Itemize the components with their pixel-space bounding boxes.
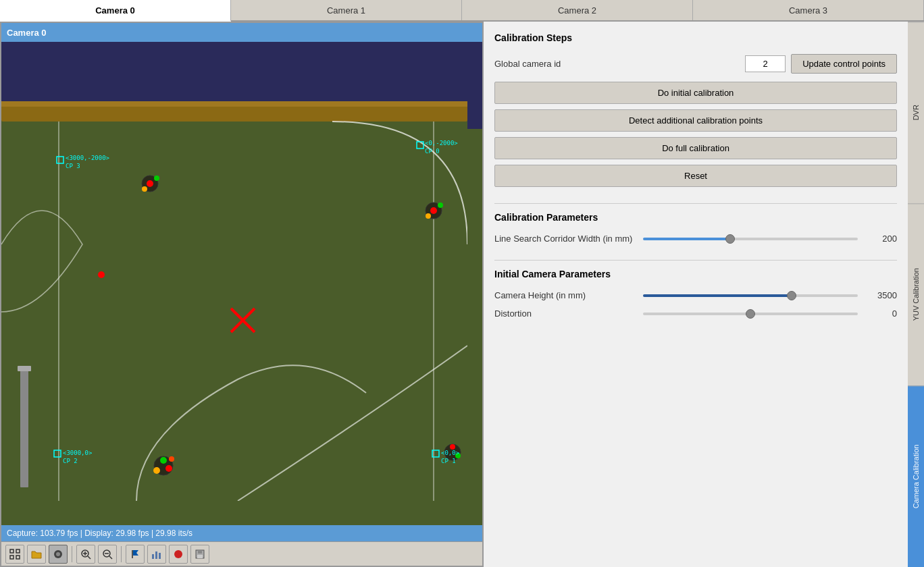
do-initial-calibration-button[interactable]: Do initial calibration (494, 82, 897, 104)
fullscreen-button[interactable] (5, 545, 24, 564)
svg-rect-25 (20, 366, 28, 487)
camera-title-bar: Camera 0 (1, 23, 482, 42)
svg-rect-58 (198, 550, 202, 554)
tab-camera1[interactable]: Camera 1 (231, 0, 462, 20)
global-camera-id-row: Global camera id Update control points (494, 54, 897, 74)
tab-camera3[interactable]: Camera 3 (693, 0, 924, 20)
folder-button[interactable] (27, 545, 46, 564)
toolbar-separator-2 (121, 546, 122, 562)
reset-button[interactable]: Reset (494, 165, 897, 187)
svg-point-20 (450, 444, 455, 450)
svg-point-8 (154, 176, 159, 181)
line-search-label: Line Search Corridor Width (in mm) (494, 234, 643, 244)
svg-rect-41 (10, 556, 14, 559)
camera-panel: Camera 0 (0, 22, 484, 567)
svg-rect-40 (16, 549, 20, 553)
svg-line-50 (109, 556, 112, 559)
camera-height-value: 3500 (863, 290, 897, 300)
calibration-parameters-title: Calibration Parameters (494, 212, 897, 223)
svg-text:CP 3: CP 3 (66, 163, 80, 169)
svg-rect-55 (159, 553, 161, 559)
distortion-slider[interactable] (643, 313, 858, 315)
camera-height-row: Camera Height (in mm) 3500 (494, 290, 897, 300)
global-camera-id-label: Global camera id (494, 59, 745, 69)
svg-rect-39 (10, 549, 14, 553)
camera-height-slider[interactable] (643, 294, 858, 297)
detect-additional-button[interactable]: Detect additional calibration points (494, 109, 897, 132)
global-camera-id-input[interactable] (745, 55, 786, 72)
zoom-out-button[interactable] (98, 545, 117, 564)
svg-rect-42 (16, 556, 20, 559)
distortion-value: 0 (863, 308, 897, 319)
folder-icon (31, 549, 42, 560)
svg-point-9 (142, 186, 147, 192)
svg-point-13 (426, 213, 431, 219)
zoom-out-icon (102, 549, 113, 560)
tabs-bar: Camera 0 Camera 1 Camera 2 Camera 3 (0, 0, 924, 22)
distortion-row: Distortion 0 (494, 308, 897, 319)
main-layout: Camera 0 (0, 22, 924, 567)
zoom-in-button[interactable] (76, 545, 95, 564)
svg-point-18 (169, 456, 174, 462)
fullscreen-icon (9, 549, 20, 560)
side-tab-yuv[interactable]: YUV Calibration (908, 203, 924, 385)
line-search-value: 200 (863, 234, 897, 244)
initial-camera-parameters-title: Initial Camera Parameters (494, 269, 897, 279)
svg-line-46 (88, 556, 91, 559)
svg-point-17 (153, 467, 160, 474)
svg-text:CP 2: CP 2 (63, 458, 78, 464)
status-bar: Capture: 103.79 fps | Display: 29.98 fps… (1, 525, 482, 541)
chart-icon (151, 549, 162, 560)
line-search-slider[interactable] (643, 238, 858, 240)
svg-point-11 (430, 207, 437, 214)
initial-camera-parameters-section: Initial Camera Parameters Camera Height … (494, 260, 897, 319)
line-search-row: Line Search Corridor Width (in mm) 200 (494, 234, 897, 244)
side-tab-dvr[interactable]: DVR (908, 22, 924, 203)
svg-point-44 (56, 552, 60, 556)
svg-text:<0,0>: <0,0> (441, 450, 460, 456)
calibration-content: Calibration Steps Global camera id Updat… (484, 22, 924, 567)
red-icon (173, 549, 184, 560)
flag-button[interactable] (126, 545, 145, 564)
zoom-in-icon (80, 549, 91, 560)
svg-rect-3 (1, 101, 467, 107)
camera-background: <3000,-2000> CP 3 <0,-2000> CP 0 <3000,0… (1, 42, 482, 525)
camera-title: Camera 0 (7, 28, 47, 38)
toolbar (1, 541, 482, 566)
record-button[interactable] (49, 545, 68, 564)
svg-text:<0,-2000>: <0,-2000> (425, 140, 458, 146)
toolbar-separator-1 (72, 546, 72, 562)
chart-button[interactable] (147, 545, 166, 564)
svg-rect-53 (152, 554, 154, 559)
svg-rect-26 (18, 366, 31, 371)
svg-rect-54 (155, 551, 157, 559)
svg-rect-52 (132, 550, 133, 558)
svg-point-56 (174, 550, 182, 558)
record-icon (53, 549, 63, 560)
side-tab-camera-calibration[interactable]: Camera Calibration (908, 385, 924, 567)
tab-camera2[interactable]: Camera 2 (462, 0, 693, 20)
distortion-slider-container (643, 313, 858, 315)
camera-height-slider-container (643, 294, 858, 297)
save-icon (195, 549, 205, 560)
right-panel: Calibration Steps Global camera id Updat… (484, 22, 924, 567)
svg-point-15 (160, 457, 167, 464)
svg-text:<3000,0>: <3000,0> (63, 450, 93, 456)
tab-camera0[interactable]: Camera 0 (0, 0, 231, 22)
red-button[interactable] (169, 545, 188, 564)
distortion-label: Distortion (494, 308, 643, 319)
svg-point-7 (147, 180, 153, 187)
svg-text:<3000,-2000>: <3000,-2000> (66, 155, 110, 161)
update-control-points-button[interactable]: Update control points (791, 54, 897, 74)
save-button[interactable] (190, 545, 209, 564)
camera-overlay: <3000,-2000> CP 3 <0,-2000> CP 0 <3000,0… (1, 42, 467, 501)
flag-icon (130, 549, 140, 560)
side-tabs: DVR YUV Calibration Camera Calibration (908, 22, 924, 567)
svg-point-22 (98, 271, 105, 278)
line-search-slider-container (643, 238, 858, 240)
svg-text:CP 0: CP 0 (425, 148, 440, 155)
svg-rect-0 (1, 42, 467, 109)
svg-point-12 (438, 202, 443, 208)
calibration-parameters-section: Calibration Parameters Line Search Corri… (494, 203, 897, 244)
do-full-calibration-button[interactable]: Do full calibration (494, 137, 897, 159)
